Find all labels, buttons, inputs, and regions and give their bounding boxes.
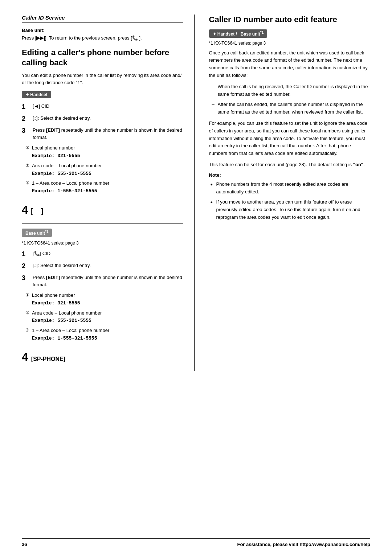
note-label: Note: bbox=[209, 172, 371, 178]
base-footnote: *1 KX-TG6641 series: page 3 bbox=[22, 241, 183, 246]
step-4-base-row: 4 [SP-PHONE] bbox=[22, 347, 183, 365]
example-3h: Example: 1-555-321-5555 bbox=[32, 188, 97, 194]
step-num-2h: 2 bbox=[22, 114, 31, 124]
left-column: Caller ID Service Base unit: Press [▶▶|]… bbox=[22, 15, 195, 371]
step-4-base-num: 4 bbox=[22, 350, 28, 364]
step-1-base: 1 [📞] CID bbox=[22, 249, 183, 259]
dash-items: When the call is being received, the Cal… bbox=[212, 83, 371, 116]
right-column: Caller ID number auto edit feature ✦ Han… bbox=[205, 15, 371, 371]
note-item-1: Phone numbers from the 4 most recently e… bbox=[211, 181, 371, 196]
step-text-3b: Press [EDIT] repeatedly until the phone … bbox=[33, 273, 183, 288]
step-2-base: 2 [↕]: Select the desired entry. bbox=[22, 261, 183, 271]
step-text-1h: [◄] CID bbox=[33, 102, 183, 110]
phone-icon-symbol: 📞 bbox=[132, 35, 138, 41]
step-num-1h: 1 bbox=[22, 102, 31, 112]
step-4-brackets: [ ] bbox=[30, 207, 44, 216]
handset-steps: 1 [◄] CID 2 [↕]: Select the desired entr… bbox=[22, 102, 183, 141]
page-footer: 36 For assistance, please visit http://w… bbox=[22, 538, 370, 547]
step-3-handset: 3 Press [EDIT] repeatedly until the phon… bbox=[22, 126, 183, 141]
section-title: Caller ID Service bbox=[22, 15, 183, 22]
step-num-1b: 1 bbox=[22, 249, 31, 259]
right-heading: Caller ID number auto edit feature bbox=[209, 15, 371, 25]
step-num-3b: 3 bbox=[22, 273, 31, 283]
base-unit-badge: Base unit*1 bbox=[22, 229, 52, 237]
base-steps: 1 [📞] CID 2 [↕]: Select the desired entr… bbox=[22, 249, 183, 288]
step-1-handset: 1 [◄] CID bbox=[22, 102, 183, 112]
intro-text: You can edit a phone number in the calle… bbox=[22, 72, 183, 87]
sub-item-3h: 1 – Area code – Local phone number Examp… bbox=[25, 180, 183, 195]
base-sub-items: Local phone number Example: 321-5555 Are… bbox=[25, 292, 183, 342]
left-heading: Editing a caller's phone number before c… bbox=[22, 48, 183, 68]
base-unit-label: Base unit: bbox=[22, 28, 183, 33]
footer-text: For assistance, please visit http://www.… bbox=[237, 542, 370, 547]
handset-base-badge: ✦ Handset / Base unit*1 bbox=[209, 29, 268, 38]
body-para-3: This feature can be set for each unit (p… bbox=[209, 161, 371, 169]
step-num-3h: 3 bbox=[22, 126, 31, 136]
dash-item-2: After the call has ended, the caller's p… bbox=[212, 101, 371, 116]
dash-item-1: When the call is being received, the Cal… bbox=[212, 83, 371, 98]
step-4-handset-row: 4 [ ] bbox=[22, 200, 183, 218]
example-2b: Example: 555-321-5555 bbox=[32, 318, 91, 323]
step-4-base-text: [SP-PHONE] bbox=[31, 356, 65, 362]
step-text-2h: [↕]: Select the desired entry. bbox=[33, 114, 183, 122]
handset-label: Handset bbox=[30, 92, 47, 97]
page: Caller ID Service Base unit: Press [▶▶|]… bbox=[0, 0, 392, 558]
step-3-base: 3 Press [EDIT] repeatedly until the phon… bbox=[22, 273, 183, 288]
sub-item-2b: Area code – Local phone number Example: … bbox=[25, 309, 183, 325]
divider-1 bbox=[22, 223, 183, 223]
example-1h: Example: 321-5555 bbox=[32, 153, 80, 159]
handset-base-badge-row: ✦ Handset / Base unit*1 bbox=[209, 29, 371, 38]
two-column-layout: Caller ID Service Base unit: Press [▶▶|]… bbox=[22, 15, 370, 371]
sub-item-1b: Local phone number Example: 321-5555 bbox=[25, 292, 183, 307]
body-para-1: Once you call back an edited number, the… bbox=[209, 49, 371, 79]
note-item-2: If you move to another area, you can tur… bbox=[211, 198, 371, 221]
example-1b: Example: 321-5555 bbox=[32, 300, 80, 306]
handset-badge: ✦ Handset bbox=[22, 91, 51, 98]
sub-item-3b: 1 – Area code – Local phone number Examp… bbox=[25, 327, 183, 342]
right-footnote: *1 KX-TG6641 series: page 3 bbox=[209, 41, 371, 46]
note-items: Phone numbers from the 4 most recently e… bbox=[211, 181, 371, 221]
arrow-symbol: ▶▶| bbox=[36, 35, 45, 41]
sub-item-1h: Local phone number Example: 321-5555 bbox=[25, 144, 183, 160]
handset-icon: ✦ bbox=[25, 92, 29, 97]
base-unit-text: Press [▶▶|]. To return to the previous s… bbox=[22, 34, 183, 42]
step-text-1b: [📞] CID bbox=[33, 249, 183, 257]
page-number: 36 bbox=[22, 542, 27, 547]
example-2h: Example: 555-321-5555 bbox=[32, 171, 91, 176]
handset-sub-items: Local phone number Example: 321-5555 Are… bbox=[25, 144, 183, 195]
step-2-handset: 2 [↕]: Select the desired entry. bbox=[22, 114, 183, 124]
example-3b: Example: 1-555-321-5555 bbox=[32, 336, 97, 341]
step-text-3h: Press [EDIT] repeatedly until the phone … bbox=[33, 126, 183, 141]
body-para-2: For example, you can use this feature to… bbox=[209, 120, 371, 157]
step-text-2b: [↕]: Select the desired entry. bbox=[33, 261, 183, 269]
step-num-2b: 2 bbox=[22, 261, 31, 271]
sub-item-2h: Area code – Local phone number Example: … bbox=[25, 162, 183, 178]
step-4-num: 4 bbox=[22, 203, 28, 217]
